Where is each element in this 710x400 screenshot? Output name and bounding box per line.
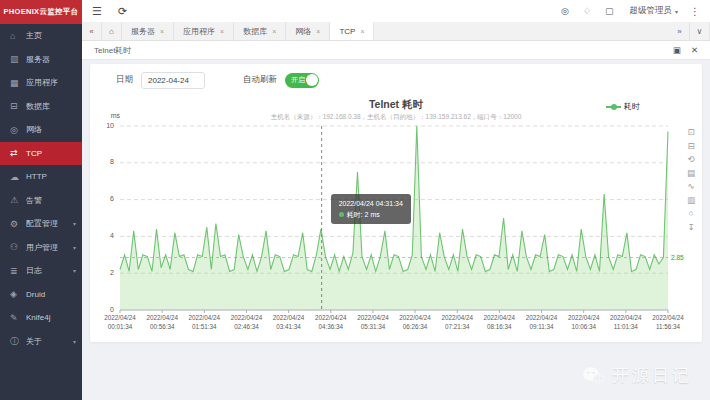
x-tick-label: 2022/04/2411:56:34 xyxy=(641,314,695,331)
menu-icon[interactable]: ☰ xyxy=(92,5,102,18)
sidebar-item-logs[interactable]: ≣日志▾ xyxy=(0,259,82,283)
tab-label: 网络 xyxy=(295,26,311,37)
tab-label: 数据库 xyxy=(243,26,267,37)
sidebar-item-home[interactable]: ⌂主页 xyxy=(0,24,82,48)
toggle-knob xyxy=(306,74,318,86)
user-menu[interactable]: 超级管理员 ▾ xyxy=(629,5,678,17)
sidebar-item-label: HTTP xyxy=(26,172,47,181)
tab-服务器[interactable]: 服务器× xyxy=(122,22,174,40)
sidebar-item-label: 告警 xyxy=(26,195,42,206)
tabs-bar: « ⌂ 服务器×应用程序×数据库×网络×TCP× » ∨ xyxy=(82,22,710,41)
knife4j-icon: ✎ xyxy=(10,313,22,323)
sidebar-item-http[interactable]: ☁HTTP xyxy=(0,165,82,189)
auto-refresh-toggle[interactable]: 开启 xyxy=(285,73,319,88)
user-icon: ⚇ xyxy=(10,242,22,252)
chart-subtitle: 主机名（来源）：192.168.0.38，主机名（目的地）：139.159.21… xyxy=(90,113,702,122)
restore-icon[interactable]: ⟲ xyxy=(687,155,695,164)
main-area: ☰⟳ ◎♢▢ 超级管理员 ▾ ⋮ « ⌂ 服务器×应用程序×数据库×网络×TCP… xyxy=(82,0,710,400)
chevron-down-icon: ▾ xyxy=(73,267,76,274)
sidebar-item-label: TCP xyxy=(26,149,42,158)
tab-options-icon[interactable]: ∨ xyxy=(690,22,710,40)
x-tick-date: 2022/04/24 xyxy=(641,314,695,323)
tab-应用程序[interactable]: 应用程序× xyxy=(174,22,234,40)
date-label: 日期 xyxy=(116,74,133,86)
close-tab-icon[interactable]: × xyxy=(316,28,320,35)
gear-icon: ⚙ xyxy=(10,219,22,229)
plot-area[interactable] xyxy=(120,126,668,310)
close-tab-icon[interactable]: × xyxy=(220,28,224,35)
alarm-icon: ⚠ xyxy=(10,195,22,205)
maximize-icon[interactable]: ▣ xyxy=(673,45,681,55)
watermark: 开源日记 xyxy=(582,364,692,387)
sidebar-item-alarm[interactable]: ⚠告警 xyxy=(0,189,82,213)
sidebar-item-label: 关于 xyxy=(26,336,42,347)
zoom-select-icon[interactable]: ⊡ xyxy=(687,128,695,137)
scroll-right-icon[interactable]: » xyxy=(670,22,690,40)
search-icon[interactable]: ◎ xyxy=(561,6,569,16)
wechat-icon xyxy=(582,366,606,386)
sidebar-item-tcp[interactable]: ⇄TCP xyxy=(0,142,82,166)
sidebar-item-server[interactable]: ▥服务器 xyxy=(0,48,82,72)
close-tab-icon[interactable]: × xyxy=(272,28,276,35)
tab-label: 应用程序 xyxy=(183,26,215,37)
y-tick-label: 2 xyxy=(90,269,114,276)
sidebar-item-druid[interactable]: ◈Druid xyxy=(0,283,82,307)
sidebar-item-users[interactable]: ⚇用户管理▾ xyxy=(0,236,82,260)
auto-refresh-wrap: 自动刷新 开启 xyxy=(243,73,319,88)
sidebar-item-network[interactable]: ◎网络 xyxy=(0,118,82,142)
line-chart-icon[interactable]: ∿ xyxy=(687,182,695,191)
close-tab-icon[interactable]: × xyxy=(160,28,164,35)
sidebar-item-label: Knife4j xyxy=(26,313,50,322)
log-icon: ≣ xyxy=(10,266,22,276)
y-tick-label: 4 xyxy=(90,232,114,239)
watermark-text: 开源日记 xyxy=(612,364,692,387)
tab-网络[interactable]: 网络× xyxy=(286,22,330,40)
close-icon[interactable]: ✕ xyxy=(691,45,698,55)
sidebar-item-database[interactable]: ⊟数据库 xyxy=(0,95,82,119)
close-tab-icon[interactable]: × xyxy=(360,28,364,35)
legend-item-haoshi[interactable]: 耗时 xyxy=(606,101,640,112)
more-icon[interactable]: ⋮ xyxy=(690,6,700,17)
save-image-icon[interactable]: ↧ xyxy=(687,223,695,232)
breadcrumb-icons: ▣ ✕ xyxy=(673,45,698,55)
legend-label: 耗时 xyxy=(624,101,640,112)
x-tick-time: 11:56:34 xyxy=(641,323,695,332)
notification-icon[interactable]: ♢ xyxy=(583,6,591,16)
sidebar-item-label: 配置管理 xyxy=(26,218,58,229)
data-view-icon[interactable]: ▤ xyxy=(687,169,695,178)
zoom-reset-icon[interactable]: ⊟ xyxy=(687,142,695,151)
refresh-icon[interactable]: ○ xyxy=(687,209,695,218)
collapse-tabs-icon[interactable]: « xyxy=(82,22,102,40)
sidebar-item-label: 应用程序 xyxy=(26,77,58,88)
server-icon: ▥ xyxy=(10,54,22,64)
content-card: 日期 自动刷新 开启 Telnet 耗时 主机名（来源）：192.168.0.3… xyxy=(90,64,702,342)
home-tab-icon[interactable]: ⌂ xyxy=(102,22,122,40)
home-icon: ⌂ xyxy=(10,31,22,41)
sidebar-item-config[interactable]: ⚙配置管理▾ xyxy=(0,212,82,236)
sidebar-item-label: 网络 xyxy=(26,124,42,135)
sidebar-item-about[interactable]: ⓘ关于▾ xyxy=(0,330,82,354)
chevron-down-icon: ▾ xyxy=(73,338,76,345)
sidebar: PHOENIX云监控平台 ⌂主页▥服务器▦应用程序⊟数据库◎网络⇄TCP☁HTT… xyxy=(0,0,82,400)
tab-label: 服务器 xyxy=(131,26,155,37)
breadcrumb-bar: Telnet耗时 ▣ ✕ xyxy=(82,41,710,60)
database-icon: ⊟ xyxy=(10,101,22,111)
tab-数据库[interactable]: 数据库× xyxy=(234,22,286,40)
sidebar-item-application[interactable]: ▦应用程序 xyxy=(0,71,82,95)
app-root: PHOENIX云监控平台 ⌂主页▥服务器▦应用程序⊟数据库◎网络⇄TCP☁HTT… xyxy=(0,0,710,400)
chevron-down-icon: ▾ xyxy=(73,220,76,227)
auto-refresh-label: 自动刷新 xyxy=(243,74,277,86)
chevron-down-icon: ▾ xyxy=(73,244,76,251)
refresh-icon[interactable]: ⟳ xyxy=(118,5,127,18)
bar-chart-icon[interactable]: ▥ xyxy=(687,196,695,205)
series-area xyxy=(120,126,668,310)
fullscreen-icon[interactable]: ▢ xyxy=(605,6,614,16)
date-input[interactable] xyxy=(141,72,205,89)
sidebar-item-label: 日志 xyxy=(26,265,42,276)
tabs-list: 服务器×应用程序×数据库×网络×TCP× xyxy=(122,22,374,40)
y-tick-label: 6 xyxy=(90,195,114,202)
crosshair-value-label: 2.85 xyxy=(670,254,685,261)
tab-TCP[interactable]: TCP× xyxy=(330,22,374,40)
sidebar-item-knife4j[interactable]: ✎Knife4j xyxy=(0,306,82,330)
breadcrumb: Telnet耗时 xyxy=(94,45,131,56)
